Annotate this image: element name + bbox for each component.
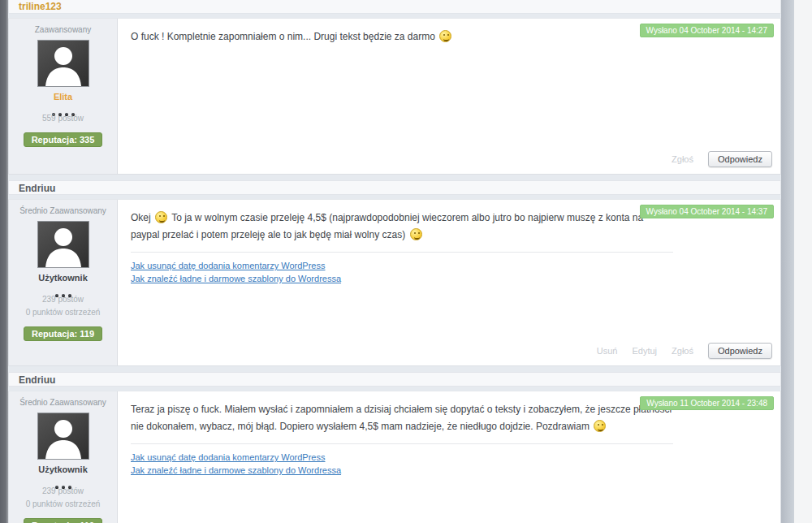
reply-button[interactable]: Odpowiedz (708, 343, 772, 359)
person-silhouette-icon (38, 41, 89, 86)
post-content-area: Wysłano 04 October 2014 - 14:27 O fuck !… (118, 19, 780, 174)
post-timestamp-badge: Wysłano 11 October 2014 - 23:48 (640, 396, 774, 410)
thread-posts-list: triline123 Zaawansowany Elita 559 postów… (8, 0, 781, 523)
reputation-badge[interactable]: Reputacja: 119 (24, 326, 102, 341)
smiley-emoticon (155, 211, 167, 223)
author-warning-points: 0 punktów ostrzeżeń (9, 308, 117, 317)
author-post-count: 239 postów (9, 486, 117, 495)
author-rank-label: Średnio Zaawansowany (9, 398, 117, 407)
post-author-username[interactable]: triline123 (8, 0, 781, 14)
signature-link[interactable]: Jak usunąć datę dodania komentarzy WordP… (131, 451, 673, 464)
author-stars-rating (9, 105, 117, 110)
scrollbar-track[interactable] (781, 0, 794, 523)
author-profile-panel: Zaawansowany Elita 559 postów Reputacja:… (9, 19, 118, 174)
author-rank-label: Średnio Zaawansowany (9, 206, 117, 215)
reputation-badge[interactable]: Reputacja: 119 (24, 518, 102, 523)
post-author-username[interactable]: Endriuu (8, 372, 781, 387)
page-left-edge (0, 0, 8, 523)
author-post-count: 559 postów (9, 114, 117, 123)
author-profile-panel: Średnio Zaawansowany Użytkownik 239 post… (9, 200, 118, 365)
forum-post: triline123 Zaawansowany Elita 559 postów… (8, 0, 781, 175)
signature-link[interactable]: Jak usunąć datę dodania komentarzy WordP… (131, 259, 673, 272)
signature-link[interactable]: Jak znaleźć ładne i darmowe szablony do … (131, 464, 673, 477)
smiley-emoticon (594, 420, 606, 432)
smiley-emoticon (410, 228, 422, 240)
post-content-area: Wysłano 11 October 2014 - 23:48 Teraz ja… (118, 391, 780, 523)
person-silhouette-icon (38, 222, 89, 267)
author-profile-panel: Średnio Zaawansowany Użytkownik 239 post… (9, 391, 118, 523)
avatar[interactable] (37, 221, 89, 268)
author-group-label: Użytkownik (9, 465, 117, 474)
signature-block: Jak usunąć datę dodania komentarzy WordP… (131, 443, 673, 477)
person-silhouette-icon (38, 413, 89, 459)
reply-button[interactable]: Odpowiedz (708, 151, 772, 167)
page-right-margin (794, 0, 812, 523)
post-actions: Zgłoś Odpowiedz (672, 151, 772, 167)
author-group-label: Użytkownik (9, 273, 117, 283)
forum-post: Endriuu Średnio Zaawansowany Użytkownik … (8, 372, 781, 523)
author-warning-points: 0 punktów ostrzeżeń (9, 499, 117, 508)
report-link[interactable]: Zgłoś (672, 346, 693, 356)
author-stars-rating (9, 286, 117, 291)
author-rank-label: Zaawansowany (9, 25, 117, 34)
author-stars-rating (9, 478, 117, 482)
avatar[interactable] (37, 413, 89, 460)
post-actions: Usuń Edytuj Zgłoś Odpowiedz (597, 343, 772, 359)
author-post-count: 239 postów (9, 295, 117, 304)
report-link[interactable]: Zgłoś (672, 154, 693, 164)
post-author-username[interactable]: Endriuu (8, 180, 781, 195)
delete-link[interactable]: Usuń (597, 346, 618, 356)
post-timestamp-badge: Wysłano 04 October 2014 - 14:27 (640, 24, 774, 37)
edit-link[interactable]: Edytuj (632, 346, 657, 356)
post-timestamp-badge: Wysłano 04 October 2014 - 14:37 (640, 205, 774, 218)
post-content-area: Wysłano 04 October 2014 - 14:37 Okej To … (118, 200, 780, 365)
signature-link[interactable]: Jak znaleźć ładne i darmowe szablony do … (131, 272, 673, 285)
smiley-emoticon (439, 30, 451, 42)
reputation-badge[interactable]: Reputacja: 335 (24, 132, 103, 147)
author-group-label: Elita (9, 92, 117, 102)
forum-post: Endriuu Średnio Zaawansowany Użytkownik … (8, 180, 781, 366)
signature-block: Jak usunąć datę dodania komentarzy WordP… (131, 252, 673, 285)
avatar[interactable] (37, 40, 89, 87)
